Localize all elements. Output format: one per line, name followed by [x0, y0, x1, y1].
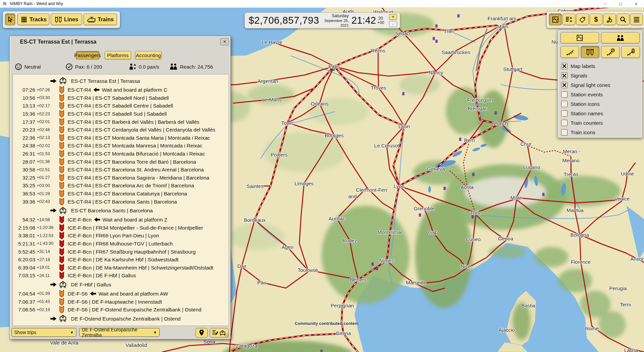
date-label: September 25, 2021: [324, 18, 349, 28]
checkbox[interactable]: [561, 72, 568, 79]
inspect-mode-button[interactable]: i: [5, 14, 15, 25]
overlay-checkbox-station-names[interactable]: Station names: [561, 109, 640, 118]
destination-dropdown[interactable]: DE F-Ostend Europaïsche Zentralba ▼: [79, 328, 160, 337]
close-panel-button[interactable]: ✕: [220, 38, 229, 45]
trip-row[interactable]: 7:08:56+02:19DE-F-S6 | DE F-Ostend Europ…: [13, 306, 229, 314]
checkbox[interactable]: [561, 129, 568, 136]
track-signals-overlay-button[interactable]: [621, 46, 640, 58]
station-row[interactable]: ES-CT Barcelona Sants | Barcelona: [13, 206, 229, 216]
track-speeds-overlay-button[interactable]: 70: [601, 46, 620, 58]
line-banner-icon: [59, 174, 64, 182]
overlay-checkbox-map-labels[interactable]: Map labels: [561, 61, 640, 71]
pax-value: Pax: 6 / 200: [75, 64, 102, 70]
trip-row[interactable]: 3:38:01+1:22:53ICE-F-Bcn | FR69 Lyon Par…: [13, 232, 229, 240]
trip-row[interactable]: 30:58+02:51ES-CT-R4 | ES-CT Barcelona St…: [13, 166, 229, 174]
line-banner-icon: [59, 118, 64, 126]
trip-row[interactable]: 13:13+02:17ES-CT-R4 | ES-CT Sabadell Cen…: [13, 102, 229, 110]
tracks-overlay-button[interactable]: [560, 46, 579, 58]
checkbox[interactable]: [561, 110, 568, 117]
overlay-checkbox-signal-light-cones[interactable]: Signal light cones: [561, 80, 640, 90]
overlay-checkbox-station-events[interactable]: Station events: [561, 90, 640, 99]
speed-up-button[interactable]: +: [389, 14, 397, 20]
checkbox[interactable]: [561, 82, 568, 88]
tab-platforms[interactable]: Platforms: [105, 51, 131, 60]
line-banner-icon: [59, 216, 64, 224]
checkbox[interactable]: [561, 63, 568, 69]
station-row[interactable]: DE F-Hbf | Gallus: [13, 280, 229, 290]
trip-row[interactable]: 28:07+01:36ES-CT-R4 | ES-CT Barcelona To…: [13, 158, 229, 166]
track-curve-icon: [566, 49, 574, 55]
trip-row[interactable]: 24:38+02:02ES-CT-R4 | ES-CT Montcada Man…: [13, 142, 229, 150]
schedules-button[interactable]: [562, 14, 575, 25]
line-banner-icon: [59, 94, 64, 102]
line-banner-icon: [59, 272, 64, 279]
menu-icon: [633, 17, 640, 23]
trip-row[interactable]: 7:06:37+01:43DE-F-S6 | DE F-Hauptwache |…: [13, 298, 229, 306]
locate-station-button[interactable]: [196, 328, 208, 337]
trip-row[interactable]: 5:52:45+31:14ICE-F-Bcn | FR67 Straßburg …: [13, 248, 229, 256]
passenger-overlays-button[interactable]: [601, 32, 640, 44]
window-title: NIMBY Rails - Weird and Wry: [10, 1, 63, 6]
trips-mode-dropdown[interactable]: Show trips ▼: [12, 328, 76, 337]
trip-row[interactable]: 7:04:54+01:39DE-F-S6Wait and board at pl…: [13, 290, 229, 298]
trains-button[interactable]: Trains: [84, 14, 117, 25]
trip-row[interactable]: 07:26+07:26ES-CT-R4Wait and board at pla…: [13, 86, 229, 94]
trip-row[interactable]: 15:36+02:23ES-CT-R4 | ES-CT Sabadell Sud…: [13, 110, 229, 118]
finances-button[interactable]: $: [590, 14, 602, 25]
close-window-button[interactable]: ✕: [628, 0, 644, 7]
trip-row[interactable]: 32:25+01:27ES-CT-R4 | ES-CT Barcelona Sa…: [13, 174, 229, 182]
trip-row[interactable]: 36:53+01:28ES-CT-R4 | ES-CT Barcelona Ca…: [13, 190, 229, 198]
offset-label: +00: [377, 21, 384, 25]
trip-row[interactable]: 10:56+03:30ES-CT-R4 | ES-CT Sabadell Nor…: [13, 94, 229, 102]
overlay-checkbox-station-icons[interactable]: Station icons: [561, 99, 640, 109]
date-display: Saturday September 25, 2021: [324, 14, 349, 28]
checkbox[interactable]: [561, 101, 568, 107]
trip-row[interactable]: 20:23+02:46ES-CT-R4 | ES-CT Cerdanyola d…: [13, 126, 229, 134]
trip-list[interactable]: ES-CT Terrassa Est | Terrassa07:26+07:26…: [13, 74, 229, 326]
trip-row[interactable]: 35:25+03:00ES-CT-R4 | ES-CT Barcelona Ar…: [13, 182, 229, 190]
line-banner-icon: [59, 240, 64, 248]
overlay-checkbox-signals[interactable]: Signals: [561, 71, 640, 80]
day-label: Saturday: [324, 14, 349, 18]
trip-row[interactable]: 39:36+02:43ES-CT-R4 | ES-CT Barcelona Sa…: [13, 197, 229, 206]
maximize-button[interactable]: ▢: [613, 0, 628, 7]
trip-row[interactable]: 17:37+02:01ES-CT-R4 | ES-CT Barberà del …: [13, 118, 229, 126]
trip-row[interactable]: 7:03:15+24:11ICE-F-Bcn | DE F-Hbf | Gall…: [13, 272, 229, 280]
tab-passengers[interactable]: Passengers: [76, 51, 99, 60]
trip-row[interactable]: 2:15:08+1:20:36ICE-F-Bcn | FR34 Montpell…: [13, 224, 229, 232]
trip-row[interactable]: 22:36+02:13ES-CT-R4 | ES-CT Montcada San…: [13, 134, 229, 142]
search-button[interactable]: [617, 14, 629, 25]
trip-row[interactable]: 6:39:04+19:01ICE-F-Bcn | DE Ma-Mannheim …: [13, 263, 229, 272]
trip-row[interactable]: 54:32+14:56ICE-F-BcnWait and board at pl…: [13, 216, 229, 224]
tracks-button[interactable]: Tracks: [17, 14, 49, 25]
trip-row[interactable]: 5:21:31+1:43:30ICE-F-Bcn | FR68 Mulhouse…: [13, 240, 229, 248]
tab-accounting[interactable]: Accounting: [135, 51, 162, 60]
resize-grip[interactable]: [225, 333, 229, 338]
trip-row[interactable]: 6:20:03+27:18ICE-F-Bcn | DE Ka Karlsruhe…: [13, 256, 229, 264]
map-overlays-button[interactable]: [560, 32, 599, 44]
checkbox[interactable]: [561, 120, 568, 126]
tags-button[interactable]: [576, 14, 589, 25]
steam-workshop-button[interactable]: [603, 14, 616, 25]
checkbox-label: Station events: [571, 92, 603, 97]
window-titlebar: N NIMBY Rails - Weird and Wry ─ ▢ ✕: [0, 0, 644, 8]
map-styles-button[interactable]: [549, 14, 562, 25]
minimize-button[interactable]: ─: [597, 0, 613, 7]
station-row[interactable]: ES-CT Terrassa Est | Terrassa: [13, 76, 229, 86]
station-panel-title: ES-CT Terrassa Est | Terrassa: [20, 39, 96, 45]
pax-rate-value: 0.0 pax/s: [139, 64, 159, 70]
track-signal-icon: [626, 48, 635, 56]
overlay-checkbox-train-icons[interactable]: Train icons: [561, 127, 640, 137]
line-banner-icon: [59, 142, 64, 149]
checkbox[interactable]: [561, 91, 568, 98]
trip-row[interactable]: 26:31+01:53ES-CT-R4 | ES-CT Montcada Bif…: [13, 150, 229, 158]
checkbox-label: Train counters: [571, 120, 603, 126]
lines-overlay-button[interactable]: [581, 46, 599, 58]
arrow-right-icon: [50, 282, 57, 287]
tab-accounting-label: Accounting: [136, 52, 161, 58]
lines-button[interactable]: Lines: [51, 14, 82, 25]
menu-button[interactable]: [630, 14, 643, 25]
station-row[interactable]: DE F-Ostend Europaïsche Zentralbank | Os…: [13, 313, 229, 324]
speed-down-button[interactable]: -: [389, 21, 397, 27]
overlay-checkbox-train-counters[interactable]: Train counters: [561, 118, 640, 127]
